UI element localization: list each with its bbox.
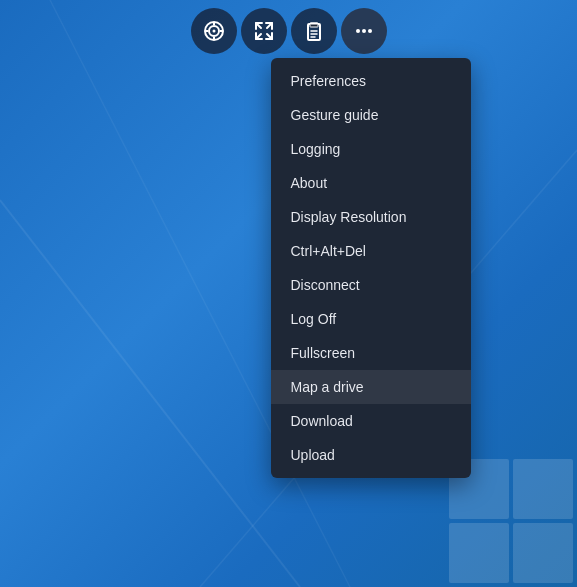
svg-point-20: [362, 29, 366, 33]
menu-item-logging[interactable]: Logging: [271, 132, 471, 166]
desktop-tile: [449, 523, 509, 583]
svg-rect-14: [308, 24, 320, 40]
toolbar: [183, 0, 395, 62]
svg-rect-15: [310, 24, 318, 27]
desktop-tile: [513, 459, 573, 519]
menu-item-about[interactable]: About: [271, 166, 471, 200]
svg-point-5: [212, 30, 215, 33]
svg-line-0: [0, 200, 300, 587]
svg-line-11: [267, 23, 272, 28]
menu-item-preferences[interactable]: Preferences: [271, 64, 471, 98]
menu-item-fullscreen[interactable]: Fullscreen: [271, 336, 471, 370]
svg-line-10: [256, 23, 261, 28]
menu-item-disconnect[interactable]: Disconnect: [271, 268, 471, 302]
menu-item-ctrl-alt-del[interactable]: Ctrl+Alt+Del: [271, 234, 471, 268]
more-options-button[interactable]: [341, 8, 387, 54]
svg-point-19: [356, 29, 360, 33]
menu-item-download[interactable]: Download: [271, 404, 471, 438]
menu-item-display-resolution[interactable]: Display Resolution: [271, 200, 471, 234]
svg-line-12: [256, 34, 261, 39]
fullscreen-toggle-button[interactable]: [241, 8, 287, 54]
svg-point-21: [368, 29, 372, 33]
svg-point-4: [209, 26, 219, 36]
svg-point-3: [205, 22, 223, 40]
svg-line-13: [267, 34, 272, 39]
dropdown-menu: Preferences Gesture guide Logging About …: [271, 58, 471, 478]
menu-item-gesture-guide[interactable]: Gesture guide: [271, 98, 471, 132]
menu-item-upload[interactable]: Upload: [271, 438, 471, 472]
desktop-tile: [513, 523, 573, 583]
menu-item-log-off[interactable]: Log Off: [271, 302, 471, 336]
target-button[interactable]: [191, 8, 237, 54]
clipboard-button[interactable]: [291, 8, 337, 54]
menu-item-map-a-drive[interactable]: Map a drive: [271, 370, 471, 404]
